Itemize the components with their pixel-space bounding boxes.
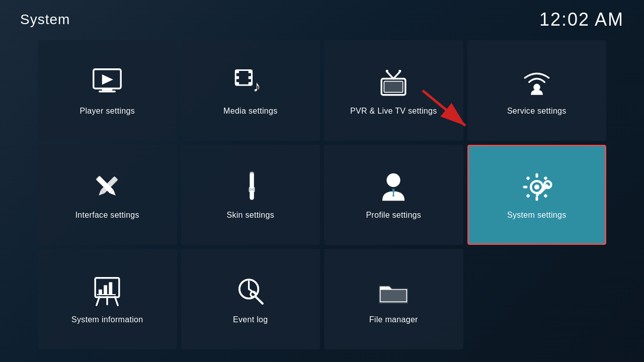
profile-settings-icon [376,169,411,205]
tile-event-log[interactable]: Event log [181,249,320,349]
svg-rect-19 [384,81,403,92]
svg-line-15 [393,72,400,79]
svg-line-59 [256,297,263,304]
svg-point-31 [250,172,254,175]
svg-rect-10 [249,76,252,79]
svg-rect-3 [102,88,112,90]
svg-point-16 [386,69,388,72]
svg-point-60 [251,292,256,297]
media-settings-label: Media settings [223,107,277,116]
svg-point-22 [534,84,539,89]
svg-point-36 [534,185,539,190]
svg-rect-12 [249,82,252,85]
event-log-label: Event log [233,315,268,324]
svg-rect-9 [235,76,239,79]
file-manager-icon [376,274,411,309]
event-log-icon [233,274,268,309]
system-settings-icon [519,169,554,205]
svg-rect-37 [535,173,538,178]
svg-rect-11 [235,82,239,85]
svg-rect-61 [381,290,407,302]
svg-rect-39 [523,186,528,189]
tile-media-settings[interactable]: ♪ Media settings [181,40,320,141]
page-title: System [20,12,70,28]
svg-text:♪: ♪ [253,77,261,95]
player-settings-icon [90,65,125,101]
tile-interface-settings[interactable]: Interface settings [38,145,177,245]
interface-settings-icon [90,169,125,205]
pvr-settings-label: PVR & Live TV settings [350,107,437,116]
media-settings-icon: ♪ [233,65,268,101]
profile-settings-label: Profile settings [366,211,421,220]
system-settings-label: System settings [507,211,566,220]
svg-rect-52 [99,290,102,295]
skin-settings-icon [233,169,268,205]
tile-player-settings[interactable]: Player settings [38,40,177,141]
tile-system-settings[interactable]: System settings [467,145,607,245]
svg-marker-5 [102,74,113,84]
svg-rect-7 [235,70,239,73]
system-information-label: System information [71,315,143,324]
skin-settings-label: Skin settings [226,211,274,220]
service-settings-icon [519,65,554,101]
settings-grid: Player settings ♪ Media settings [0,35,644,359]
tile-pvr-settings[interactable]: PVR & Live TV settings [324,40,463,141]
player-settings-label: Player settings [80,107,135,116]
system-information-icon [90,274,125,309]
svg-rect-54 [109,282,113,295]
file-manager-label: File manager [369,315,418,324]
svg-point-32 [387,173,400,187]
svg-point-17 [398,69,401,72]
empty-cell [467,249,607,349]
tile-skin-settings[interactable]: Skin settings [181,145,320,245]
svg-rect-38 [535,197,538,201]
tile-profile-settings[interactable]: Profile settings [324,145,463,245]
pvr-settings-icon [376,65,411,101]
svg-rect-8 [249,70,252,73]
svg-line-14 [387,72,394,79]
svg-rect-42 [543,176,547,180]
clock: 12:02 AM [539,9,624,30]
svg-rect-30 [250,173,254,189]
interface-settings-label: Interface settings [75,211,139,220]
tile-service-settings[interactable]: Service settings [467,40,607,141]
service-settings-label: Service settings [507,107,567,116]
svg-rect-41 [526,176,530,180]
header: System 12:02 AM [0,0,644,35]
svg-rect-4 [99,90,116,92]
tile-file-manager[interactable]: File manager [324,249,463,349]
tile-system-information[interactable]: System information [38,249,177,349]
svg-rect-53 [104,285,107,295]
